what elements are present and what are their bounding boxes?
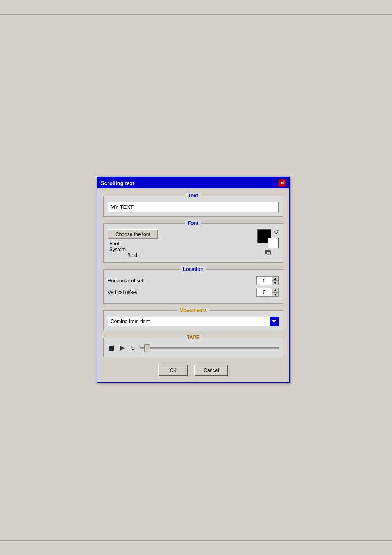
tape-slider-track: [140, 347, 279, 349]
vertical-offset-input[interactable]: [256, 288, 272, 297]
tape-stop-button[interactable]: [108, 345, 115, 352]
horizontal-decrement-btn[interactable]: ▼: [272, 281, 279, 285]
color-swatch-container: ↺: [257, 229, 279, 248]
location-group: Location Horizontal offset ▲ ▼ Vertical …: [103, 269, 283, 304]
bottom-rule: [0, 540, 392, 541]
dialog-title: Scrolling text: [101, 180, 134, 186]
page-background: Scrolling text ✕ Text Font Choose the fo…: [0, 0, 392, 555]
tape-group: TAPE ↻: [103, 338, 283, 357]
vertical-offset-label: Vertical offset: [108, 289, 256, 295]
choose-font-button[interactable]: Choose the font: [108, 229, 158, 239]
reset-colors-button[interactable]: ↺: [274, 229, 279, 234]
dialog-body: Text Font Choose the font Font: System B…: [97, 188, 289, 382]
vertical-spinner: ▲ ▼: [256, 288, 279, 297]
font-group-label: Font: [185, 220, 201, 226]
color-picker-area: ↺: [257, 229, 279, 255]
text-group-label: Text: [186, 193, 201, 199]
horizontal-increment-btn[interactable]: ▲: [272, 276, 279, 281]
stop-icon: [109, 346, 114, 351]
vertical-decrement-btn[interactable]: ▼: [272, 292, 279, 297]
loop-icon: ↻: [130, 345, 135, 351]
movements-select[interactable]: Coming from right Coming from left Comin…: [108, 317, 279, 326]
close-icon: ✕: [280, 180, 284, 186]
tape-slider-thumb[interactable]: [144, 344, 150, 352]
dialog-buttons: OK Cancel: [103, 365, 283, 376]
font-row: Choose the font Font: System Bold: [108, 229, 279, 258]
cancel-button[interactable]: Cancel: [194, 365, 228, 376]
svg-rect-1: [267, 252, 270, 254]
movements-group: Movements Coming from right Coming from …: [103, 310, 283, 331]
ok-button[interactable]: OK: [158, 365, 188, 376]
resize-icon: [265, 249, 271, 255]
vertical-increment-btn[interactable]: ▲: [272, 288, 279, 292]
tape-loop-button[interactable]: ↻: [129, 345, 136, 352]
font-name-label: Font: System: [109, 241, 158, 252]
font-name-value: System: [109, 247, 158, 252]
location-group-label: Location: [180, 266, 206, 272]
horizontal-offset-label: Horizontal offset: [108, 278, 256, 284]
movements-group-label: Movements: [177, 308, 209, 313]
font-info: Font: System Bold: [108, 241, 158, 258]
play-icon: [120, 345, 125, 351]
vertical-spinner-btns: ▲ ▼: [272, 288, 279, 297]
horizontal-offset-row: Horizontal offset ▲ ▼: [108, 276, 279, 285]
text-group: Text: [103, 196, 283, 217]
top-rule: [0, 14, 392, 15]
tape-group-label: TAPE: [184, 335, 202, 340]
font-group: Font Choose the font Font: System Bold: [103, 223, 283, 263]
vertical-offset-row: Vertical offset ▲ ▼: [108, 288, 279, 297]
horizontal-spinner: ▲ ▼: [256, 276, 279, 285]
horizontal-spinner-btns: ▲ ▼: [272, 276, 279, 285]
font-style-value: Bold: [109, 252, 158, 258]
tape-slider-wrapper: [140, 344, 279, 353]
scrolling-text-dialog: Scrolling text ✕ Text Font Choose the fo…: [97, 177, 290, 383]
movements-select-wrapper: Coming from right Coming from left Comin…: [108, 317, 279, 326]
dialog-close-button[interactable]: ✕: [278, 179, 286, 187]
font-left: Choose the font Font: System Bold: [108, 229, 158, 258]
tape-play-button[interactable]: [118, 345, 126, 352]
background-color-swatch[interactable]: [268, 238, 279, 248]
tape-controls: ↻: [108, 344, 279, 353]
horizontal-offset-input[interactable]: [256, 276, 272, 285]
font-label-text: Font:: [109, 241, 158, 247]
text-input[interactable]: [108, 202, 279, 212]
dialog-titlebar: Scrolling text ✕: [97, 178, 289, 188]
